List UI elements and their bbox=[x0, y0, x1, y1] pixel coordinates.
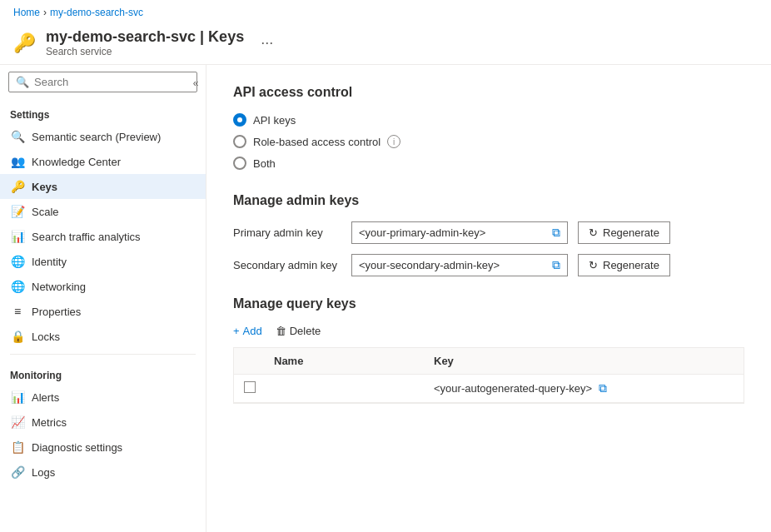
primary-key-row: Primary admin key <your-primary-admin-ke… bbox=[233, 221, 744, 244]
radio-both-circle bbox=[233, 157, 246, 170]
sidebar-divider bbox=[10, 354, 196, 355]
radio-both[interactable]: Both bbox=[233, 157, 744, 170]
secondary-key-label: Secondary admin key bbox=[233, 259, 341, 271]
manage-query-keys-title: Manage query keys bbox=[233, 296, 744, 311]
secondary-key-row: Secondary admin key <your-secondary-admi… bbox=[233, 254, 744, 276]
analytics-icon: 📊 bbox=[10, 229, 25, 244]
sidebar-item-label: Search traffic analytics bbox=[32, 231, 141, 243]
locks-icon: 🔒 bbox=[10, 329, 25, 344]
radio-group: API keys Role-based access control i Bot… bbox=[233, 113, 744, 170]
main-layout: 🔍 « Settings 🔍 Semantic search (Preview)… bbox=[0, 65, 771, 532]
secondary-regenerate-label: Regenerate bbox=[603, 259, 659, 271]
sidebar-item-identity[interactable]: 🌐 Identity bbox=[0, 249, 206, 274]
primary-copy-icon[interactable]: ⧉ bbox=[552, 226, 560, 240]
secondary-key-input-box: <your-secondary-admin-key> ⧉ bbox=[351, 254, 568, 276]
primary-regenerate-button[interactable]: ↻ Regenerate bbox=[578, 221, 670, 244]
sidebar-item-label: Properties bbox=[32, 306, 81, 318]
table-row: <your-autogenerated-query-key> ⧉ bbox=[234, 375, 744, 403]
sidebar-item-diagnostic-settings[interactable]: 📋 Diagnostic settings bbox=[0, 435, 206, 460]
breadcrumb-home[interactable]: Home bbox=[13, 7, 40, 18]
search-icon: 🔍 bbox=[16, 76, 29, 88]
secondary-key-value: <your-secondary-admin-key> bbox=[359, 259, 545, 271]
row-key-value: <your-autogenerated-query-key> bbox=[434, 382, 592, 395]
sidebar-item-metrics[interactable]: 📈 Metrics bbox=[0, 410, 206, 435]
sidebar-item-alerts[interactable]: 📊 Alerts bbox=[0, 385, 206, 410]
sidebar-item-label: Alerts bbox=[32, 391, 59, 404]
primary-key-value: <your-primary-admin-key> bbox=[359, 226, 545, 239]
search-input[interactable] bbox=[34, 76, 190, 88]
sidebar-item-search-traffic-analytics[interactable]: 📊 Search traffic analytics bbox=[0, 224, 206, 249]
radio-role-based[interactable]: Role-based access control i bbox=[233, 135, 744, 148]
manage-admin-keys-title: Manage admin keys bbox=[233, 193, 744, 208]
delete-label: Delete bbox=[290, 325, 321, 337]
sidebar: 🔍 « Settings 🔍 Semantic search (Preview)… bbox=[0, 65, 206, 532]
secondary-copy-icon[interactable]: ⧉ bbox=[552, 258, 560, 272]
breadcrumb-service[interactable]: my-demo-search-svc bbox=[50, 7, 143, 18]
networking-icon: 🌐 bbox=[10, 279, 25, 294]
radio-role-based-circle bbox=[233, 135, 246, 148]
key-icon: 🔑 bbox=[13, 32, 36, 54]
settings-section-label: Settings bbox=[0, 99, 206, 124]
sidebar-item-properties[interactable]: ≡ Properties bbox=[0, 299, 206, 324]
sidebar-item-knowledge-center[interactable]: 👥 Knowledge Center bbox=[0, 149, 206, 174]
sidebar-item-keys[interactable]: 🔑 Keys bbox=[0, 174, 206, 199]
add-button[interactable]: + Add bbox=[233, 325, 262, 337]
sidebar-item-label: Identity bbox=[32, 256, 67, 268]
logs-icon: 🔗 bbox=[10, 465, 25, 480]
sidebar-item-label: Locks bbox=[32, 331, 60, 343]
monitoring-section-label: Monitoring bbox=[0, 360, 206, 385]
properties-icon: ≡ bbox=[10, 304, 25, 319]
action-bar: + Add 🗑 Delete bbox=[233, 325, 744, 337]
radio-api-keys[interactable]: API keys bbox=[233, 113, 744, 127]
manage-query-keys-section: Manage query keys + Add 🗑 Delete Name Ke… bbox=[233, 296, 744, 404]
table-header: Name Key bbox=[234, 348, 744, 375]
sidebar-item-label: Diagnostic settings bbox=[32, 441, 122, 454]
metrics-icon: 📈 bbox=[10, 415, 25, 430]
sidebar-item-networking[interactable]: 🌐 Networking bbox=[0, 274, 206, 299]
radio-api-keys-label: API keys bbox=[253, 114, 296, 127]
page-title: my-demo-search-svc | Keys bbox=[46, 28, 244, 46]
knowledge-center-icon: 👥 bbox=[10, 154, 25, 169]
delete-icon: 🗑 bbox=[276, 325, 286, 337]
diagnostic-icon: 📋 bbox=[10, 440, 25, 455]
header-menu-button[interactable]: ··· bbox=[261, 34, 273, 52]
breadcrumb-separator: › bbox=[43, 7, 47, 18]
content-area: API access control API keys Role-based a… bbox=[206, 65, 771, 532]
sidebar-item-label: Semantic search (Preview) bbox=[32, 131, 161, 143]
breadcrumb: Home › my-demo-search-svc bbox=[0, 0, 771, 25]
page-header: 🔑 my-demo-search-svc | Keys Search servi… bbox=[0, 25, 771, 65]
page-subtitle: Search service bbox=[46, 46, 244, 57]
search-box[interactable]: 🔍 bbox=[8, 72, 197, 92]
alerts-icon: 📊 bbox=[10, 390, 25, 405]
sidebar-item-logs[interactable]: 🔗 Logs bbox=[0, 460, 206, 485]
scale-icon: 📝 bbox=[10, 204, 25, 219]
primary-regenerate-label: Regenerate bbox=[603, 226, 659, 239]
collapse-button[interactable]: « bbox=[186, 73, 206, 93]
secondary-regenerate-button[interactable]: ↻ Regenerate bbox=[578, 254, 670, 276]
row-checkbox[interactable] bbox=[244, 381, 264, 395]
radio-both-label: Both bbox=[253, 157, 276, 170]
sidebar-item-scale[interactable]: 📝 Scale bbox=[0, 199, 206, 224]
identity-icon: 🌐 bbox=[10, 254, 25, 269]
sidebar-item-label: Keys bbox=[32, 181, 57, 193]
col-name-header: Name bbox=[274, 355, 424, 367]
sidebar-item-label: Metrics bbox=[32, 416, 67, 429]
delete-button[interactable]: 🗑 Delete bbox=[276, 325, 321, 337]
sidebar-item-label: Scale bbox=[32, 206, 59, 218]
regen-icon: ↻ bbox=[589, 226, 598, 239]
header-title-block: my-demo-search-svc | Keys Search service bbox=[46, 28, 244, 57]
keys-icon: 🔑 bbox=[10, 179, 25, 194]
sidebar-item-label: Networking bbox=[32, 281, 86, 293]
query-keys-table: Name Key <your-autogenerated-query-key> … bbox=[233, 347, 744, 404]
sidebar-item-semantic-search[interactable]: 🔍 Semantic search (Preview) bbox=[0, 124, 206, 149]
add-label: Add bbox=[243, 325, 262, 337]
regen-icon-2: ↻ bbox=[589, 259, 598, 271]
sidebar-item-locks[interactable]: 🔒 Locks bbox=[0, 324, 206, 349]
info-icon[interactable]: i bbox=[387, 135, 400, 148]
api-access-control-title: API access control bbox=[233, 85, 744, 100]
radio-role-based-label: Role-based access control bbox=[253, 136, 381, 148]
sidebar-item-label: Logs bbox=[32, 466, 55, 479]
add-icon: + bbox=[233, 325, 240, 337]
row-key: <your-autogenerated-query-key> ⧉ bbox=[434, 381, 734, 395]
query-copy-icon[interactable]: ⧉ bbox=[599, 381, 607, 395]
